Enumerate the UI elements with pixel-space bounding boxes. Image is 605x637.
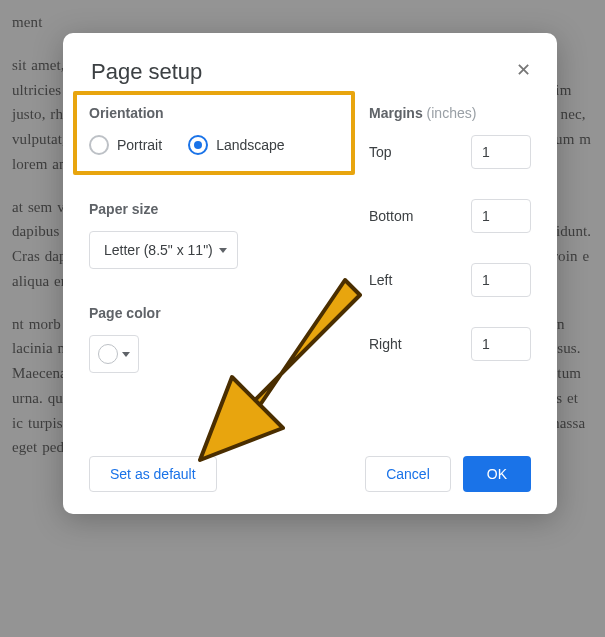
- set-as-default-button[interactable]: Set as default: [89, 456, 217, 492]
- dialog-title: Page setup: [91, 59, 531, 85]
- paper-size-select[interactable]: Letter (8.5" x 11"): [89, 231, 238, 269]
- orientation-label: Orientation: [89, 105, 339, 121]
- close-icon[interactable]: ✕: [516, 59, 531, 81]
- page-color-label: Page color: [89, 305, 339, 321]
- paper-size-label: Paper size: [89, 201, 339, 217]
- radio-label: Landscape: [216, 137, 285, 153]
- margin-bottom-input[interactable]: [471, 199, 531, 233]
- margin-top-input[interactable]: [471, 135, 531, 169]
- margin-right-input[interactable]: [471, 327, 531, 361]
- color-swatch-icon: [98, 344, 118, 364]
- margins-label: Margins (inches): [369, 105, 531, 121]
- radio-icon: [89, 135, 109, 155]
- margin-left-input[interactable]: [471, 263, 531, 297]
- page-setup-dialog: Page setup ✕ Orientation Portrait Landsc…: [63, 33, 557, 514]
- margin-right-label: Right: [369, 336, 402, 352]
- cancel-button[interactable]: Cancel: [365, 456, 451, 492]
- orientation-landscape-radio[interactable]: Landscape: [188, 135, 285, 155]
- page-color-select[interactable]: [89, 335, 139, 373]
- margin-top-label: Top: [369, 144, 392, 160]
- radio-icon: [188, 135, 208, 155]
- paper-size-value: Letter (8.5" x 11"): [104, 242, 213, 258]
- caret-down-icon: [219, 248, 227, 253]
- orientation-portrait-radio[interactable]: Portrait: [89, 135, 162, 155]
- radio-label: Portrait: [117, 137, 162, 153]
- margin-bottom-label: Bottom: [369, 208, 413, 224]
- orientation-highlight-annotation: Orientation Portrait Landscape: [73, 91, 355, 175]
- caret-down-icon: [122, 352, 130, 357]
- margin-left-label: Left: [369, 272, 392, 288]
- ok-button[interactable]: OK: [463, 456, 531, 492]
